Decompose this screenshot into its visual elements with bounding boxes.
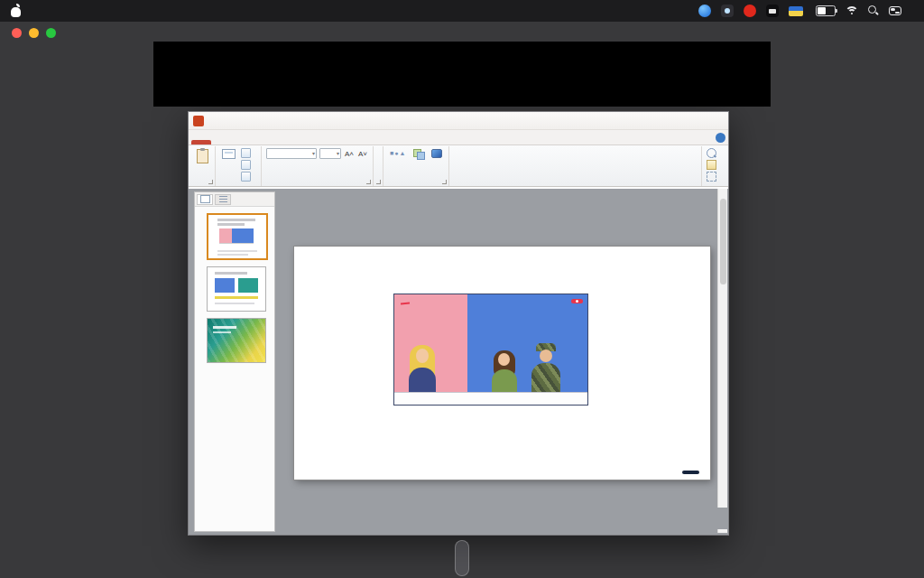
- shapes-icon: ■●▲: [390, 149, 406, 157]
- illustration-caption: [394, 392, 587, 405]
- close-button[interactable]: [12, 28, 22, 38]
- paste-button[interactable]: [195, 148, 210, 166]
- paste-icon: [197, 149, 208, 163]
- search-icon[interactable]: [868, 5, 879, 16]
- status-camera-icon[interactable]: [721, 5, 734, 17]
- slide-thumbnail-2[interactable]: [198, 266, 272, 312]
- live-badge: [571, 299, 583, 303]
- outline-view-tab[interactable]: [215, 194, 231, 205]
- status-display-icon[interactable]: [766, 5, 779, 17]
- fullscreen-button[interactable]: [46, 28, 56, 38]
- scrollbar-thumb[interactable]: [720, 199, 726, 284]
- wifi-icon[interactable]: [845, 6, 858, 16]
- font-group: А˄ А˅: [262, 146, 374, 186]
- powerpoint-window: А˄ А˅ ■●▲: [188, 111, 729, 536]
- apple-menu-icon[interactable]: [11, 5, 22, 17]
- shapes-button[interactable]: ■●▲: [388, 148, 408, 160]
- layout-button[interactable]: [241, 148, 256, 158]
- civilian-woman-figure: [488, 350, 521, 392]
- slide-canvas[interactable]: [294, 247, 710, 480]
- powerpoint-logo-icon: [193, 116, 204, 126]
- quick-styles-icon: [431, 149, 442, 158]
- status-app-icon-blue[interactable]: [698, 5, 711, 17]
- status-keyboard-icon[interactable]: [744, 5, 756, 17]
- soldier-figure: [528, 343, 564, 392]
- tab-file[interactable]: [191, 140, 211, 144]
- slides-group: [216, 146, 262, 186]
- ribbon: А˄ А˅ ■●▲: [189, 145, 728, 187]
- clipboard-group: [190, 146, 216, 186]
- font-name-select[interactable]: [266, 148, 317, 159]
- arrange-icon: [413, 149, 424, 158]
- grow-font-icon[interactable]: А˄: [344, 150, 355, 158]
- zoom-video-strip: [153, 42, 771, 107]
- zoom-window-controls: [12, 28, 56, 38]
- shrink-font-icon[interactable]: А˅: [357, 150, 368, 158]
- document-area: [189, 189, 728, 535]
- slide-navigation: [717, 529, 727, 533]
- editing-group: [701, 146, 726, 186]
- slide-thumbnail-1[interactable]: [198, 213, 272, 260]
- help-icon[interactable]: [716, 133, 725, 143]
- battery-indicator[interactable]: [813, 5, 836, 16]
- section-button[interactable]: [241, 172, 256, 182]
- slides-thumbnail-panel: [194, 191, 275, 532]
- find-button[interactable]: [707, 148, 722, 158]
- arrange-button[interactable]: [411, 148, 426, 161]
- ribbon-tab-bar: [189, 130, 728, 145]
- new-slide-button[interactable]: [220, 148, 237, 162]
- dock: [455, 540, 469, 576]
- news-anchor-figure: [403, 345, 441, 392]
- powerpoint-titlebar: [189, 112, 728, 130]
- minimize-button[interactable]: [29, 28, 39, 38]
- paragraph-group: [374, 146, 383, 186]
- menubar-status-area: [698, 5, 913, 17]
- slide-illustration: [393, 294, 588, 406]
- replace-button[interactable]: [707, 160, 722, 170]
- menu-bar: [0, 0, 924, 22]
- new-slide-icon: [222, 149, 236, 159]
- slide-thumbnail-3[interactable]: [198, 318, 272, 363]
- vertical-scrollbar[interactable]: [717, 189, 727, 508]
- drawing-group: ■●▲: [383, 146, 449, 186]
- ukraine-flag-icon[interactable]: [789, 6, 803, 16]
- reset-button[interactable]: [241, 160, 256, 170]
- gamma-badge: [682, 471, 699, 474]
- slides-view-tab[interactable]: [197, 194, 213, 205]
- control-center-icon[interactable]: [889, 6, 901, 15]
- quick-styles-button[interactable]: [430, 148, 444, 161]
- select-button[interactable]: [707, 172, 722, 182]
- font-size-select[interactable]: [319, 148, 341, 159]
